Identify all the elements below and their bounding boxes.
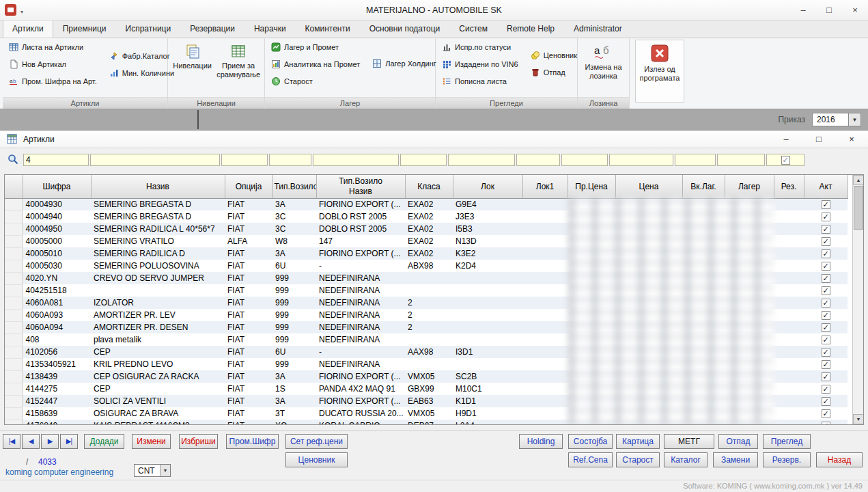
row-selector[interactable] xyxy=(5,260,23,272)
akt-checkbox[interactable]: ✓ xyxy=(822,422,830,425)
holding-button[interactable]: Holding xyxy=(519,434,563,449)
row-selector[interactable] xyxy=(5,420,23,425)
akt-checkbox[interactable]: ✓ xyxy=(822,409,830,418)
scroll-up-icon[interactable]: ▲ xyxy=(853,175,864,185)
akt-checkbox[interactable]: ✓ xyxy=(822,348,830,357)
filter-input-1[interactable] xyxy=(23,154,89,166)
grid-header-col[interactable]: Тип.Возило Назив xyxy=(316,175,405,198)
kartica-button[interactable]: Картица xyxy=(616,434,660,449)
grid-header-col[interactable]: Лок1 xyxy=(522,175,568,198)
scrollbar-thumb[interactable] xyxy=(854,186,863,230)
tab-6[interactable]: Коминтенти xyxy=(296,20,360,38)
scroll-down-icon[interactable]: ▼ xyxy=(853,414,864,424)
rezerv-button[interactable]: Резерв. xyxy=(763,452,811,467)
tab-5[interactable]: Нарачки xyxy=(244,20,296,38)
akt-checkbox[interactable]: ✓ xyxy=(822,360,830,369)
fabr-katalog-button[interactable]: Фабр.Каталог xyxy=(107,51,176,62)
otpad-button[interactable]: Отпад xyxy=(529,67,579,78)
lager-i-promet-button[interactable]: Лагер и Промет xyxy=(269,42,362,53)
filter-input-6[interactable] xyxy=(400,154,447,166)
grid-header-col[interactable]: Назив xyxy=(91,175,225,198)
set-ref-ceni-button[interactable]: Сет реф.цени xyxy=(285,434,348,449)
row-selector[interactable] xyxy=(5,309,23,321)
row-selector[interactable] xyxy=(5,247,23,260)
katalog-button[interactable]: Каталог xyxy=(664,452,708,467)
row-selector[interactable] xyxy=(5,333,23,346)
grid-header-col[interactable]: Пр.Цена xyxy=(568,175,615,198)
row-selector[interactable] xyxy=(5,370,23,383)
filter-input-11[interactable] xyxy=(675,154,716,166)
akt-checkbox[interactable]: ✓ xyxy=(822,397,830,406)
cenovnik-button[interactable]: Ценовник xyxy=(529,50,579,61)
row-selector[interactable] xyxy=(5,358,23,370)
ref-cena-button[interactable]: Ref.Cena xyxy=(568,452,613,467)
tab-4[interactable]: Резервации xyxy=(180,20,244,38)
lista-na-artikli-button[interactable]: Листа на Артикли xyxy=(7,42,99,53)
vertical-scrollbar[interactable]: ▲ ▼ xyxy=(852,175,863,424)
akt-checkbox[interactable]: ✓ xyxy=(822,200,830,209)
row-selector[interactable] xyxy=(5,407,23,420)
grid-header-selector[interactable] xyxy=(5,175,23,198)
row-selector[interactable] xyxy=(5,198,23,210)
akt-checkbox[interactable]: ✓ xyxy=(822,274,830,283)
filter-input-10[interactable] xyxy=(609,154,673,166)
metg-select[interactable]: МЕТГ xyxy=(664,434,714,449)
min-kolicini-button[interactable]: Мин. Количини xyxy=(107,68,176,79)
prom-sifra-button[interactable]: ab Пром. Шифра на Арт. xyxy=(7,76,99,87)
grid-header-col[interactable]: Лагер xyxy=(725,175,774,198)
filter-input-5[interactable] xyxy=(313,154,399,166)
analitika-na-promet-button[interactable]: Аналитика на Промет xyxy=(269,59,362,70)
row-selector[interactable] xyxy=(5,321,23,333)
grid-header-col[interactable]: Опција xyxy=(225,175,272,198)
izmeni-button[interactable]: Измени xyxy=(132,434,171,449)
filter-input-2[interactable] xyxy=(90,154,220,166)
akt-checkbox[interactable]: ✓ xyxy=(822,225,830,234)
minimize-button[interactable]: – xyxy=(790,0,816,20)
close-button[interactable]: × xyxy=(842,0,868,20)
ispr-po-statusi-button[interactable]: Испр.по статуси xyxy=(440,42,520,53)
grid-header-col[interactable]: Акт xyxy=(804,175,848,198)
akt-filter-box[interactable]: ✓ xyxy=(766,154,804,166)
pregled-button[interactable]: Преглед xyxy=(763,434,811,449)
nov-artikal-button[interactable]: Нов Артикал xyxy=(7,59,99,70)
child-maximize-button[interactable]: □ xyxy=(802,131,835,148)
row-selector[interactable] xyxy=(5,383,23,395)
sostojba-button[interactable]: Состојба xyxy=(568,434,613,449)
akt-checkbox[interactable]: ✓ xyxy=(822,249,830,258)
akt-checkbox[interactable]: ✓ xyxy=(822,299,830,308)
izdadeni-po-vin6-button[interactable]: Издадени по VIN6 xyxy=(440,59,520,70)
nav-last-button[interactable]: ▶| xyxy=(60,434,78,449)
tab-8[interactable]: Систем xyxy=(449,20,497,38)
nivelacii-button[interactable]: Нивелации xyxy=(172,42,212,96)
grid-header-col[interactable]: Тип.Возило xyxy=(272,175,316,198)
otpad-footer-button[interactable]: Отпад xyxy=(718,434,758,449)
izbrisi-button[interactable]: Избриши xyxy=(179,434,218,449)
filter-input-7[interactable] xyxy=(448,154,515,166)
tab-3[interactable]: Испратници xyxy=(116,20,181,38)
popisna-lista-button[interactable]: Пописна листа xyxy=(440,76,520,87)
filter-input-4[interactable] xyxy=(269,154,311,166)
child-close-button[interactable]: × xyxy=(835,131,868,148)
grid-header-col[interactable]: Вк.Лаг. xyxy=(682,175,725,198)
akt-checkbox[interactable]: ✓ xyxy=(822,336,830,344)
akt-checkbox[interactable]: ✓ xyxy=(822,311,830,320)
grid-header-col[interactable]: Рез. xyxy=(774,175,804,198)
nav-first-button[interactable]: |◀ xyxy=(3,434,20,449)
year-select-arrow-icon[interactable]: ▼ xyxy=(849,113,861,126)
row-selector[interactable] xyxy=(5,395,23,407)
lager-holding-button[interactable]: Лагер Холдинг xyxy=(370,58,438,69)
filter-input-12[interactable] xyxy=(717,154,765,166)
row-selector[interactable] xyxy=(5,346,23,358)
izlez-od-programata-button[interactable]: Излез од програмата xyxy=(635,40,684,102)
grid-header-col[interactable]: Лок xyxy=(453,175,522,198)
akt-checkbox[interactable]: ✓ xyxy=(822,213,830,221)
row-selector[interactable] xyxy=(5,297,23,309)
cnt-select[interactable]: CNT ▼ xyxy=(134,464,171,477)
akt-checkbox[interactable]: ✓ xyxy=(822,262,830,271)
row-selector[interactable] xyxy=(5,284,23,297)
dodadi-button[interactable]: Додади xyxy=(84,434,124,449)
tab-9[interactable]: Remote Help xyxy=(497,20,564,38)
akt-filter-checkbox[interactable]: ✓ xyxy=(781,156,790,165)
priem-za-sramnuvanje-button[interactable]: Прием за срамнување xyxy=(216,42,260,96)
child-minimize-button[interactable]: – xyxy=(770,131,802,148)
